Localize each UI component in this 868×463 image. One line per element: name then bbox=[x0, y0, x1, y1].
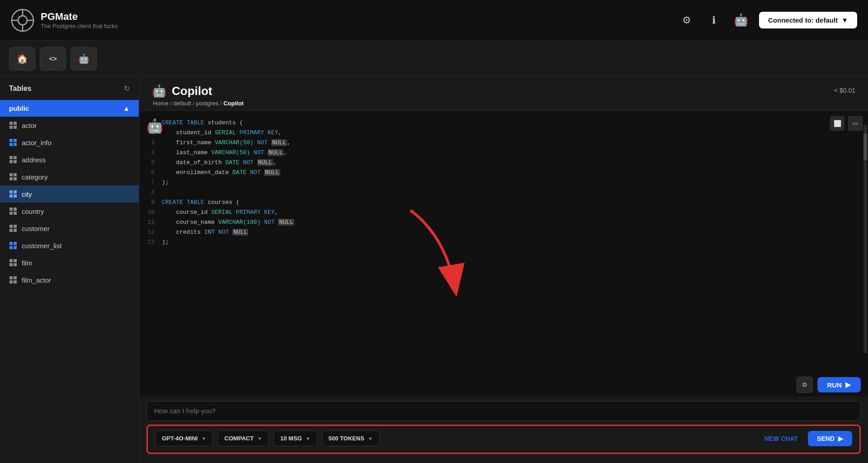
msgs-chevron-icon: ▼ bbox=[306, 436, 311, 441]
editor-toolbar: ⬜ <> bbox=[830, 116, 863, 131]
connection-button[interactable]: Connected to: default ▼ bbox=[759, 12, 857, 28]
table-grid-icon bbox=[9, 190, 17, 198]
tokens-dropdown[interactable]: 500 TOKENS ▼ bbox=[322, 430, 380, 446]
sidebar-tables-title: Tables bbox=[9, 85, 32, 93]
schema-header[interactable]: public ▲ bbox=[0, 100, 139, 117]
schema-collapse-icon: ▲ bbox=[123, 104, 130, 112]
breadcrumb: Home / default / postgres / Copilot bbox=[152, 100, 244, 107]
editor-robot-avatar: 🤖 bbox=[146, 118, 163, 134]
scrollbar-track[interactable] bbox=[863, 124, 867, 353]
table-grid-icon bbox=[9, 156, 17, 164]
tokens-label: 500 TOKENS bbox=[329, 435, 364, 442]
chevron-down-icon: ▼ bbox=[841, 16, 848, 24]
sidebar-item-city[interactable]: city bbox=[0, 185, 139, 203]
mode-dropdown[interactable]: COMPACT ▼ bbox=[217, 430, 269, 446]
tokens-chevron-icon: ▼ bbox=[368, 436, 373, 441]
gear-icon: ⚙ bbox=[682, 14, 691, 26]
page-title-area: 🤖 Copilot Home / default / postgres / Co… bbox=[152, 84, 244, 107]
sidebar-item-label: country bbox=[22, 208, 44, 215]
sidebar-items-list: actor actor_info address category bbox=[0, 117, 139, 463]
svg-point-1 bbox=[18, 16, 27, 25]
refresh-button[interactable]: ↻ bbox=[124, 84, 130, 93]
new-chat-button[interactable]: NEW CHAT bbox=[759, 431, 803, 446]
sidebar-item-customer-list[interactable]: customer_list bbox=[0, 237, 139, 254]
robot-button[interactable]: 🤖 bbox=[732, 11, 750, 29]
chat-input[interactable] bbox=[154, 407, 853, 415]
sidebar-item-film[interactable]: film bbox=[0, 254, 139, 271]
app-logo: PGMate The Postgres client that fucks bbox=[11, 9, 118, 32]
home-icon: 🏠 bbox=[17, 53, 28, 64]
msgs-dropdown[interactable]: 10 MSG ▼ bbox=[274, 430, 317, 446]
split-editor-button[interactable]: <> bbox=[848, 116, 863, 131]
code-content: CREATE TABLE students ( student_id SERIA… bbox=[162, 118, 868, 366]
table-grid-icon bbox=[9, 224, 17, 232]
schema-name: public bbox=[9, 104, 29, 112]
table-grid-icon-blue bbox=[9, 138, 17, 146]
logo-icon bbox=[11, 9, 34, 32]
run-label: RUN bbox=[827, 381, 842, 389]
scrollbar-thumb[interactable] bbox=[863, 133, 867, 161]
run-play-icon: ▶ bbox=[845, 381, 851, 389]
table-grid-icon bbox=[9, 207, 17, 215]
sidebar-item-label: actor bbox=[22, 122, 37, 129]
model-dropdown[interactable]: GPT-4O-MINI ▼ bbox=[155, 430, 213, 446]
run-button-row: ⧉ RUN ▶ bbox=[139, 373, 868, 397]
sidebar-item-film-actor[interactable]: film_actor bbox=[0, 271, 139, 288]
msgs-label: 10 MSG bbox=[280, 435, 302, 442]
sidebar-item-actor[interactable]: actor bbox=[0, 117, 139, 134]
expand-icon: ⬜ bbox=[834, 120, 841, 127]
table-grid-icon-blue bbox=[9, 241, 17, 250]
sidebar-item-label: actor_info bbox=[22, 139, 52, 146]
app-name-group: PGMate The Postgres client that fucks bbox=[41, 11, 118, 29]
page-title: 🤖 Copilot bbox=[152, 84, 244, 98]
sidebar-item-label: category bbox=[22, 173, 48, 181]
line-numbers: 12345 678910 111213 bbox=[139, 118, 162, 366]
table-grid-icon bbox=[9, 276, 17, 284]
sidebar-item-category[interactable]: category bbox=[0, 168, 139, 185]
app-name: PGMate bbox=[41, 11, 118, 23]
table-grid-icon bbox=[9, 121, 17, 129]
sidebar-item-country[interactable]: country bbox=[0, 203, 139, 220]
sidebar: Tables ↻ public ▲ actor actor_info bbox=[0, 77, 139, 463]
home-nav-button[interactable]: 🏠 bbox=[9, 47, 35, 71]
sidebar-item-label: film_actor bbox=[22, 276, 51, 284]
bottom-controls: GPT-4O-MINI ▼ COMPACT ▼ 10 MSG ▼ 500 TOK… bbox=[146, 425, 861, 454]
settings-button[interactable]: ⚙ bbox=[678, 11, 696, 29]
app-subtitle: The Postgres client that fucks bbox=[41, 23, 118, 29]
run-button[interactable]: RUN ▶ bbox=[817, 377, 861, 392]
topbar-right: ⚙ ℹ 🤖 Connected to: default ▼ bbox=[678, 11, 857, 29]
sidebar-item-customer[interactable]: customer bbox=[0, 220, 139, 237]
connection-label: Connected to: default bbox=[768, 16, 838, 24]
send-label: SEND bbox=[817, 435, 835, 442]
table-grid-icon bbox=[9, 259, 17, 267]
info-icon: ℹ bbox=[712, 14, 716, 26]
page-header: 🤖 Copilot Home / default / postgres / Co… bbox=[139, 77, 868, 110]
model-label: GPT-4O-MINI bbox=[162, 435, 198, 442]
sidebar-item-label: customer_list bbox=[22, 242, 61, 250]
sidebar-item-label: address bbox=[22, 156, 46, 164]
info-button[interactable]: ℹ bbox=[705, 11, 723, 29]
chat-area: GPT-4O-MINI ▼ COMPACT ▼ 10 MSG ▼ 500 TOK… bbox=[139, 397, 868, 463]
copilot-nav-icon: 🤖 bbox=[78, 53, 90, 64]
table-grid-icon bbox=[9, 173, 17, 181]
sidebar-item-label: film bbox=[22, 259, 32, 267]
sidebar-header: Tables ↻ bbox=[0, 77, 139, 100]
send-button[interactable]: SEND ▶ bbox=[808, 431, 852, 446]
sidebar-item-address[interactable]: address bbox=[0, 151, 139, 168]
code-icon: <> bbox=[49, 55, 57, 63]
sidebar-item-label: city bbox=[22, 190, 32, 198]
page-robot-icon: 🤖 bbox=[152, 84, 166, 98]
sidebar-item-actor-info[interactable]: actor_info bbox=[0, 134, 139, 151]
code-wrapper: 12345 678910 111213 CREATE TABLE student… bbox=[139, 111, 868, 373]
copy-button[interactable]: ⧉ bbox=[797, 377, 813, 393]
code-nav-button[interactable]: <> bbox=[40, 47, 66, 71]
cost-badge: < $0.01 bbox=[834, 84, 855, 94]
model-chevron-icon: ▼ bbox=[201, 436, 206, 441]
copy-icon: ⧉ bbox=[802, 381, 807, 388]
split-icon: <> bbox=[852, 121, 858, 127]
copilot-nav-button[interactable]: 🤖 bbox=[71, 47, 97, 71]
sidebar-item-label: customer bbox=[22, 225, 50, 232]
mode-chevron-icon: ▼ bbox=[257, 436, 262, 441]
expand-editor-button[interactable]: ⬜ bbox=[830, 116, 844, 131]
mode-label: COMPACT bbox=[224, 435, 254, 442]
